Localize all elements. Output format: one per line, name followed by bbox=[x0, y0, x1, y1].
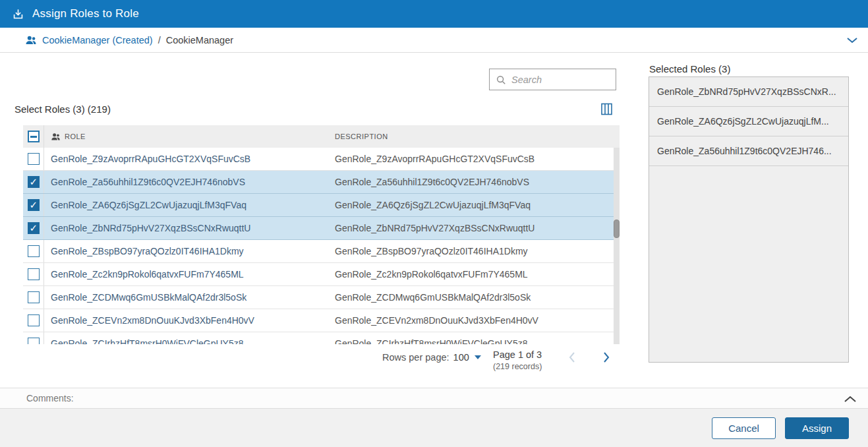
role-cell: GenRole_ZCEVn2xm8DnOuuKJvd3XbFen4H0vV bbox=[44, 315, 328, 326]
selected-role-item: GenRole_ZbNRd75pHvV27XqzBSsCNxR... bbox=[649, 77, 848, 107]
selected-roles-title: Selected Roles (3) bbox=[649, 63, 730, 74]
description-cell: GenRole_Zc2kn9pRokol6qatvxFUFm7Y465ML bbox=[328, 269, 620, 280]
chevron-down-icon[interactable] bbox=[846, 35, 859, 47]
assign-icon bbox=[12, 8, 24, 20]
rows-per-page-dropdown[interactable]: Rows per page: 100 bbox=[382, 352, 481, 363]
selected-roles-panel: GenRole_ZbNRd75pHvV27XqzBSsCNxR... GenRo… bbox=[649, 76, 849, 363]
table-row[interactable]: GenRole_Zc2kn9pRokol6qatvxFUFm7Y465ML Ge… bbox=[23, 263, 620, 286]
rows-per-page-label: Rows per page: bbox=[382, 352, 449, 363]
users-icon bbox=[51, 133, 61, 141]
description-cell: GenRole_ZA6Qz6jSgZL2CwUjazuqjLfM3qFVaq bbox=[328, 200, 620, 210]
description-cell: GenRole_Z9zAvoprrRApuGHcGT2XVqSFuvCsB bbox=[328, 154, 620, 164]
role-cell: GenRole_ZBspBO97yraQOzlz0IT46IHA1Dkmy bbox=[44, 246, 328, 256]
vertical-scrollbar-thumb[interactable] bbox=[614, 220, 620, 238]
table-row[interactable]: GenRole_ZCIrhzHfT8msrH0WiFVCleGpUY5z8 Ge… bbox=[23, 332, 620, 344]
table-row[interactable]: GenRole_ZbNRd75pHvV27XqzBSsCNxRwuqttU Ge… bbox=[23, 217, 620, 240]
page-info: Page 1 of 3 (219 records) bbox=[493, 349, 542, 371]
comments-section: Comments: bbox=[0, 388, 868, 409]
records-label: (219 records) bbox=[493, 362, 542, 371]
breadcrumb: CookieManager (Created) / CookieManager bbox=[0, 28, 868, 53]
row-checkbox[interactable] bbox=[28, 338, 40, 344]
comments-label: Comments: bbox=[26, 393, 74, 403]
role-column-label: ROLE bbox=[65, 133, 86, 140]
search-input[interactable] bbox=[511, 74, 610, 85]
table-header-row: ROLE DESCRIPTION bbox=[23, 125, 620, 148]
row-checkbox-cell bbox=[23, 240, 44, 262]
select-roles-title: Select Roles (3) (219) bbox=[14, 104, 111, 115]
role-cell: GenRole_ZA6Qz6jSgZL2CwUjazuqjLfM3qFVaq bbox=[44, 200, 328, 210]
role-cell: GenRole_Zc2kn9pRokol6qatvxFUFm7Y465ML bbox=[44, 269, 328, 280]
row-checkbox-cell bbox=[23, 263, 44, 285]
description-cell: GenRole_ZBspBO97yraQOzlz0IT46IHA1Dkmy bbox=[328, 246, 620, 256]
search-box bbox=[489, 69, 616, 90]
table-row[interactable]: GenRole_ZCDMwq6GmUSBkMalQAf2dr3l5oSk Gen… bbox=[23, 286, 620, 309]
dialog-titlebar: Assign Roles to Role bbox=[0, 0, 868, 28]
dialog-footer: Cancel Assign bbox=[0, 409, 868, 447]
users-icon bbox=[25, 35, 37, 45]
assign-roles-dialog: Assign Roles to Role CookieManager (Crea… bbox=[0, 0, 868, 447]
header-checkbox-cell bbox=[23, 125, 44, 148]
select-all-checkbox[interactable] bbox=[28, 131, 40, 142]
row-checkbox-cell bbox=[23, 194, 44, 216]
chevron-left-icon[interactable] bbox=[567, 351, 577, 367]
breadcrumb-link-parent[interactable]: CookieManager (Created) bbox=[42, 35, 153, 45]
dialog-content: Select Roles (3) (219) bbox=[0, 53, 868, 388]
search-icon bbox=[496, 74, 506, 85]
description-column-label: DESCRIPTION bbox=[335, 133, 388, 140]
description-cell: GenRole_ZCDMwq6GmUSBkMalQAf2dr3l5oSk bbox=[328, 292, 620, 303]
column-chooser-icon[interactable] bbox=[600, 102, 614, 119]
row-checkbox-cell bbox=[23, 217, 44, 239]
row-checkbox-cell bbox=[23, 286, 44, 309]
role-cell: GenRole_Z9zAvoprrRApuGHcGT2XVqSFuvCsB bbox=[44, 154, 328, 164]
table-row[interactable]: GenRole_Z9zAvoprrRApuGHcGT2XVqSFuvCsB Ge… bbox=[23, 148, 620, 171]
description-cell: GenRole_ZbNRd75pHvV27XqzBSsCNxRwuqttU bbox=[328, 223, 620, 233]
row-checkbox[interactable] bbox=[28, 314, 40, 326]
chevron-right-icon[interactable] bbox=[601, 351, 612, 367]
role-cell: GenRole_ZbNRd75pHvV27XqzBSsCNxRwuqttU bbox=[44, 223, 328, 233]
description-column-header: DESCRIPTION bbox=[328, 133, 620, 140]
breadcrumb-separator: / bbox=[158, 35, 161, 45]
rows-per-page-value: 100 bbox=[453, 352, 469, 363]
description-cell: GenRole_ZCIrhzHfT8msrH0WiFVCleGpUY5z8 bbox=[328, 338, 620, 344]
row-checkbox-cell bbox=[23, 309, 44, 332]
dialog-title: Assign Roles to Role bbox=[32, 7, 139, 20]
row-checkbox[interactable] bbox=[28, 176, 40, 188]
roles-table: ROLE DESCRIPTION GenRole_Z9zAvoprrRApuGH… bbox=[23, 125, 620, 344]
row-checkbox[interactable] bbox=[28, 291, 40, 303]
selected-role-item: GenRole_ZA6Qz6jSgZL2CwUjazuqjLfM... bbox=[649, 107, 848, 136]
description-cell: GenRole_Za56uhhil1Z9t6c0QV2EJH746nobVS bbox=[328, 177, 620, 187]
role-column-header: ROLE bbox=[44, 133, 328, 141]
row-checkbox[interactable] bbox=[28, 222, 40, 234]
row-checkbox-cell bbox=[23, 171, 44, 193]
vertical-scrollbar-track[interactable] bbox=[614, 148, 620, 344]
row-checkbox[interactable] bbox=[28, 245, 40, 257]
breadcrumb-current: CookieManager bbox=[166, 35, 233, 45]
row-checkbox-cell bbox=[23, 148, 44, 170]
row-checkbox[interactable] bbox=[28, 199, 40, 211]
row-checkbox[interactable] bbox=[28, 153, 40, 165]
table-row[interactable]: GenRole_ZA6Qz6jSgZL2CwUjazuqjLfM3qFVaq G… bbox=[23, 194, 620, 217]
row-checkbox-cell bbox=[23, 332, 44, 344]
assign-button[interactable]: Assign bbox=[785, 417, 849, 439]
chevron-up-icon[interactable] bbox=[843, 394, 857, 406]
caret-down-icon bbox=[475, 355, 481, 359]
table-row[interactable]: GenRole_ZCEVn2xm8DnOuuKJvd3XbFen4H0vV Ge… bbox=[23, 309, 620, 332]
selected-role-item: GenRole_Za56uhhil1Z9t6c0QV2EJH746... bbox=[649, 136, 848, 166]
table-row[interactable]: GenRole_ZBspBO97yraQOzlz0IT46IHA1Dkmy Ge… bbox=[23, 240, 620, 263]
table-row[interactable]: GenRole_Za56uhhil1Z9t6c0QV2EJH746nobVS G… bbox=[23, 171, 620, 194]
row-checkbox[interactable] bbox=[28, 268, 40, 280]
cancel-button[interactable]: Cancel bbox=[712, 417, 776, 439]
role-cell: GenRole_Za56uhhil1Z9t6c0QV2EJH746nobVS bbox=[44, 177, 328, 187]
description-cell: GenRole_ZCEVn2xm8DnOuuKJvd3XbFen4H0vV bbox=[328, 315, 620, 326]
role-cell: GenRole_ZCDMwq6GmUSBkMalQAf2dr3l5oSk bbox=[44, 292, 328, 303]
role-cell: GenRole_ZCIrhzHfT8msrH0WiFVCleGpUY5z8 bbox=[44, 338, 328, 344]
page-label: Page 1 of 3 bbox=[493, 349, 542, 360]
